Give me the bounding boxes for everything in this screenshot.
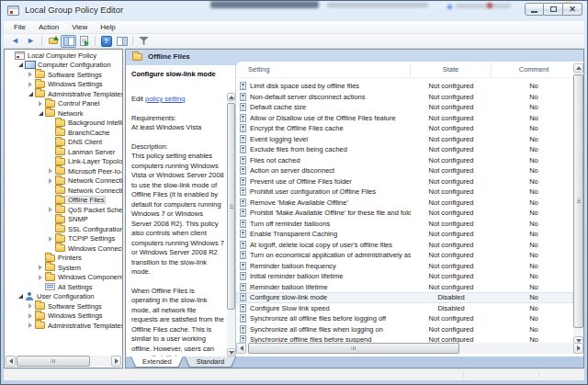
tree-item-lanman-server[interactable]: Lanman Server xyxy=(5,147,122,157)
expand-arrow-icon[interactable] xyxy=(28,323,32,328)
tree-item-ssl-configuration-se[interactable]: SSL Configuration Se xyxy=(5,224,122,234)
tree-item-computer-configuration[interactable]: Computer Configuration xyxy=(5,61,122,71)
collapse-arrow-icon[interactable] xyxy=(39,111,43,116)
tree-item-dns-client[interactable]: DNS Client xyxy=(5,138,122,148)
help-button[interactable]: ? xyxy=(98,35,114,48)
menu-file[interactable]: File xyxy=(7,21,32,33)
policy-row-files-not-cached[interactable]: Files not cachedNot configuredNo xyxy=(236,155,573,166)
tree-item-network-connection[interactable]: Network Connection xyxy=(5,176,122,187)
policy-row-prohibit-user-configuration-of-offline-f[interactable]: Prohibit user configuration of Offline F… xyxy=(236,187,573,198)
tree-item-network[interactable]: Network xyxy=(5,108,122,119)
tree-item-microsoft-peer-to-pr[interactable]: Microsoft Peer-to-Pr xyxy=(5,166,122,176)
policy-row-limit-disk-space-used-by-offline-files[interactable]: Limit disk space used by offline filesNo… xyxy=(236,81,573,92)
up-one-level-button[interactable] xyxy=(45,35,61,48)
tree-item-tcpip-settings[interactable]: TCPIP Settings xyxy=(5,234,122,244)
scroll-left-arrow[interactable] xyxy=(236,343,246,354)
show-console-tree-button[interactable] xyxy=(61,35,76,48)
tree-item-local-computer-policy[interactable]: Local Computer Policy xyxy=(5,51,122,61)
scroll-up-arrow[interactable] xyxy=(227,93,235,101)
back-button[interactable]: ◄ xyxy=(7,35,23,48)
collapse-arrow-icon[interactable] xyxy=(18,62,23,67)
column-comment[interactable]: Comment xyxy=(492,62,576,77)
column-setting[interactable]: Setting xyxy=(240,62,411,77)
policy-row-prohibit-make-available-offline-for-thes[interactable]: Prohibit 'Make Available Offline' for th… xyxy=(236,208,573,219)
tree-item-offline-files[interactable]: Offline Files xyxy=(5,196,122,206)
filter-button[interactable] xyxy=(136,35,152,48)
policy-row-configure-slow-link-mode[interactable]: Configure slow-link modeDisabledNo xyxy=(236,292,573,303)
scroll-up-arrow[interactable] xyxy=(573,63,583,73)
tree-item-link-layer-topology[interactable]: Link-Layer Topology xyxy=(5,157,122,167)
tree-item-windows-settings[interactable]: Windows Settings xyxy=(5,80,122,90)
policy-row-configure-slow-link-speed[interactable]: Configure Slow link speedDisabledNo xyxy=(236,303,573,314)
expand-arrow-icon[interactable] xyxy=(49,178,52,184)
policy-row-encrypt-the-offline-files-cache[interactable]: Encrypt the Offline Files cacheNot confi… xyxy=(236,123,573,134)
expand-arrow-icon[interactable] xyxy=(49,236,52,242)
tree-item-windows-connect-n[interactable]: Windows Connect N xyxy=(5,243,122,254)
policy-row-at-logoff-delete-local-copy-of-user-s-of[interactable]: At logoff, delete local copy of user's o… xyxy=(236,240,573,251)
policy-row-remove-make-available-offline[interactable]: Remove 'Make Available Offline'Not confi… xyxy=(236,198,573,209)
menu-action[interactable]: Action xyxy=(32,21,65,33)
scroll-down-arrow[interactable] xyxy=(227,348,235,357)
minimize-button[interactable] xyxy=(525,3,544,16)
tree-horizontal-scrollbar[interactable] xyxy=(6,356,121,367)
policy-row-enable-transparent-caching[interactable]: Enable Transparent CachingNot configured… xyxy=(236,229,573,240)
expand-arrow-icon[interactable] xyxy=(49,207,52,212)
policy-row-initial-reminder-balloon-lifetime[interactable]: Initial reminder balloon lifetimeNot con… xyxy=(236,271,573,282)
column-state[interactable]: State xyxy=(411,62,492,77)
tab-standard[interactable]: Standard xyxy=(185,357,236,368)
expand-arrow-icon[interactable] xyxy=(49,168,52,174)
scroll-left-arrow[interactable] xyxy=(6,356,16,367)
forward-button[interactable]: ► xyxy=(23,35,39,48)
expand-arrow-icon[interactable] xyxy=(39,275,42,280)
collapse-arrow-icon[interactable] xyxy=(18,294,23,299)
policy-row-prevent-use-of-offline-files-folder[interactable]: Prevent use of Offline Files folderNot c… xyxy=(236,176,573,187)
tree-item-branchcache[interactable]: BranchCache xyxy=(5,128,122,138)
scroll-right-arrow[interactable] xyxy=(573,343,583,354)
tree-item-system[interactable]: System xyxy=(5,263,122,273)
show-action-pane-button[interactable] xyxy=(114,35,130,48)
list-horizontal-scrollbar[interactable] xyxy=(236,343,583,354)
scrollbar-thumb[interactable] xyxy=(248,343,459,354)
expand-arrow-icon[interactable] xyxy=(28,82,32,87)
tree-item-all-settings[interactable]: All Settings xyxy=(5,282,122,292)
tree-item-user-configuration[interactable]: User Configuration xyxy=(5,292,122,302)
policy-row-reminder-balloon-frequency[interactable]: Reminder balloon frequencyNot configured… xyxy=(236,261,573,272)
maximize-button[interactable] xyxy=(544,3,563,16)
tree-item-windows-components[interactable]: Windows Components xyxy=(5,273,122,283)
policy-row-exclude-files-from-being-cached[interactable]: Exclude files from being cachedNot confi… xyxy=(236,144,573,155)
scrollbar-thumb[interactable] xyxy=(17,356,90,367)
expand-arrow-icon[interactable] xyxy=(28,313,32,319)
close-button[interactable]: ✕ xyxy=(563,3,582,16)
policy-row-non-default-server-disconnect-actions[interactable]: Non-default server disconnect actionsNot… xyxy=(236,92,573,103)
policy-row-synchronize-all-offline-files-when-loggi[interactable]: Synchronize all offline files when loggi… xyxy=(236,324,573,335)
policy-row-turn-on-economical-application-of-admini[interactable]: Turn on economical application of admini… xyxy=(236,250,573,261)
tab-extended[interactable]: Extended xyxy=(130,357,184,368)
scroll-right-arrow[interactable] xyxy=(111,356,121,367)
tree-item-windows-settings[interactable]: Windows Settings xyxy=(5,311,122,322)
scrollbar-thumb[interactable] xyxy=(573,74,583,328)
tree-item-background-intelligen[interactable]: Background Intelligen xyxy=(5,119,122,129)
tree-item-network-connectivit[interactable]: Network Connectivit xyxy=(5,186,122,196)
tree-item-software-settings[interactable]: Software Settings xyxy=(5,70,122,80)
policy-row-synchronize-offline-files-before-suspend[interactable]: Synchronize offline files before suspend… xyxy=(236,334,573,343)
expand-arrow-icon[interactable] xyxy=(39,265,42,270)
policy-row-allow-or-disallow-use-of-the-offline-fil[interactable]: Allow or Disallow use of the Offline Fil… xyxy=(236,113,573,124)
menu-view[interactable]: View xyxy=(65,21,94,33)
menu-help[interactable]: Help xyxy=(94,21,121,33)
collapse-arrow-icon[interactable] xyxy=(28,92,33,96)
tree-item-software-settings[interactable]: Software Settings xyxy=(5,301,122,311)
tree-item-printers[interactable]: Printers xyxy=(5,254,122,264)
tree-item-administrative-templates[interactable]: Administrative Templates xyxy=(5,89,122,99)
title-bar[interactable]: Local Group Policy Editor ✕ xyxy=(1,1,587,21)
policy-row-reminder-balloon-lifetime[interactable]: Reminder balloon lifetimeNot configuredN… xyxy=(236,282,573,293)
expand-arrow-icon[interactable] xyxy=(28,72,32,77)
export-list-button[interactable] xyxy=(76,35,92,48)
tree-item-qos-packet-schedule[interactable]: QoS Packet Schedule xyxy=(5,205,122,215)
policy-row-turn-off-reminder-balloons[interactable]: Turn off reminder balloonsNot configured… xyxy=(236,219,573,230)
description-vertical-scrollbar[interactable] xyxy=(227,93,235,357)
tree-item-snmp[interactable]: SNMP xyxy=(5,215,122,225)
policy-row-synchronize-all-offline-files-before-log[interactable]: Synchronize all offline files before log… xyxy=(236,313,573,324)
tree-item-control-panel[interactable]: Control Panel xyxy=(5,99,122,109)
list-vertical-scrollbar[interactable] xyxy=(573,63,583,345)
expand-arrow-icon[interactable] xyxy=(28,303,32,309)
